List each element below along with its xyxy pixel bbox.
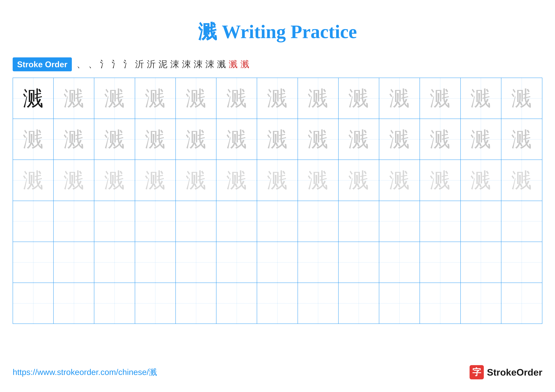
char-r3-c3: 溅 (104, 170, 125, 191)
grid-cell-r1-c3[interactable]: 溅 (94, 78, 135, 119)
grid-cell-r5-c2[interactable] (54, 242, 94, 283)
grid-cell-r5-c4[interactable] (135, 242, 176, 283)
grid-cell-r4-c7[interactable] (257, 201, 298, 242)
grid-cell-r1-c1[interactable]: 溅 (13, 78, 54, 119)
stroke-order-badge: Stroke Order (13, 57, 72, 71)
grid-cell-r6-c2[interactable] (54, 283, 94, 324)
grid-cell-r2-c6[interactable]: 溅 (216, 119, 257, 160)
stroke-step-12: 涑 (205, 58, 214, 70)
grid-cell-r3-c1[interactable]: 溅 (13, 160, 54, 200)
char-r2-c4: 溅 (145, 129, 166, 150)
char-r1-c13: 溅 (511, 88, 532, 109)
grid-cell-r1-c5[interactable]: 溅 (176, 78, 216, 119)
grid-cell-r5-c13[interactable] (501, 242, 542, 283)
grid-cell-r2-c4[interactable]: 溅 (135, 119, 176, 160)
grid-cell-r5-c9[interactable] (339, 242, 379, 283)
char-r1-c12: 溅 (470, 88, 491, 109)
grid-cell-r2-c3[interactable]: 溅 (94, 119, 135, 160)
grid-cell-r5-c11[interactable] (420, 242, 460, 283)
char-r3-c13: 溅 (511, 170, 532, 191)
grid-cell-r4-c6[interactable] (216, 201, 257, 242)
grid-cell-r3-c6[interactable]: 溅 (216, 160, 257, 200)
char-r1-c4: 溅 (145, 88, 166, 109)
grid-cell-r2-c8[interactable]: 溅 (298, 119, 339, 160)
grid-cell-r6-c4[interactable] (135, 283, 176, 324)
grid-cell-r4-c9[interactable] (339, 201, 379, 242)
grid-cell-r6-c13[interactable] (501, 283, 542, 324)
grid-cell-r2-c9[interactable]: 溅 (339, 119, 379, 160)
grid-cell-r6-c1[interactable] (13, 283, 54, 324)
grid-cell-r4-c3[interactable] (94, 201, 135, 242)
grid-cell-r4-c13[interactable] (501, 201, 542, 242)
grid-cell-r3-c10[interactable]: 溅 (379, 160, 420, 200)
grid-cell-r2-c7[interactable]: 溅 (257, 119, 298, 160)
grid-cell-r4-c12[interactable] (461, 201, 501, 242)
stroke-step-8: 泥 (159, 58, 167, 70)
grid-cell-r4-c2[interactable] (54, 201, 94, 242)
grid-cell-r6-c6[interactable] (216, 283, 257, 324)
footer-url[interactable]: https://www.strokeorder.com/chinese/溅 (13, 367, 157, 378)
grid-cell-r5-c10[interactable] (379, 242, 420, 283)
char-r3-c10: 溅 (389, 170, 410, 191)
grid-cell-r2-c12[interactable]: 溅 (461, 119, 501, 160)
char-r2-c3: 溅 (104, 129, 125, 150)
grid-cell-r1-c8[interactable]: 溅 (298, 78, 339, 119)
grid-cell-r6-c12[interactable] (461, 283, 501, 324)
char-r2-c10: 溅 (389, 129, 410, 150)
char-r1-c8: 溅 (308, 88, 328, 109)
grid-cell-r3-c3[interactable]: 溅 (94, 160, 135, 200)
grid-cell-r1-c2[interactable]: 溅 (54, 78, 94, 119)
grid-cell-r6-c5[interactable] (176, 283, 216, 324)
grid-cell-r6-c11[interactable] (420, 283, 460, 324)
grid-cell-r6-c8[interactable] (298, 283, 339, 324)
grid-cell-r2-c1[interactable]: 溅 (13, 119, 54, 160)
grid-cell-r4-c1[interactable] (13, 201, 54, 242)
grid-cell-r5-c1[interactable] (13, 242, 54, 283)
grid-cell-r1-c4[interactable]: 溅 (135, 78, 176, 119)
grid-cell-r3-c9[interactable]: 溅 (339, 160, 379, 200)
grid-cell-r4-c4[interactable] (135, 201, 176, 242)
grid-cell-r1-c12[interactable]: 溅 (461, 78, 501, 119)
grid-cell-r3-c11[interactable]: 溅 (420, 160, 460, 200)
grid-cell-r2-c5[interactable]: 溅 (176, 119, 216, 160)
grid-cell-r5-c12[interactable] (461, 242, 501, 283)
grid-cell-r5-c7[interactable] (257, 242, 298, 283)
grid-cell-r4-c8[interactable] (298, 201, 339, 242)
grid-cell-r1-c10[interactable]: 溅 (379, 78, 420, 119)
grid-cell-r5-c6[interactable] (216, 242, 257, 283)
grid-cell-r3-c8[interactable]: 溅 (298, 160, 339, 200)
grid-cell-r1-c11[interactable]: 溅 (420, 78, 460, 119)
grid-cell-r3-c13[interactable]: 溅 (501, 160, 542, 200)
grid-cell-r3-c2[interactable]: 溅 (54, 160, 94, 200)
stroke-step-13: 溅 (217, 58, 226, 70)
grid-cell-r4-c5[interactable] (176, 201, 216, 242)
grid-cell-r6-c9[interactable] (339, 283, 379, 324)
grid-cell-r1-c7[interactable]: 溅 (257, 78, 298, 119)
stroke-step-3: 氵 (100, 58, 109, 70)
grid-cell-r5-c8[interactable] (298, 242, 339, 283)
char-r1-c2: 溅 (64, 88, 84, 109)
grid-cell-r2-c10[interactable]: 溅 (379, 119, 420, 160)
grid-cell-r6-c10[interactable] (379, 283, 420, 324)
char-r3-c2: 溅 (64, 170, 84, 191)
grid-cell-r3-c12[interactable]: 溅 (461, 160, 501, 200)
grid-cell-r2-c2[interactable]: 溅 (54, 119, 94, 160)
grid-cell-r2-c11[interactable]: 溅 (420, 119, 460, 160)
grid-cell-r4-c10[interactable] (379, 201, 420, 242)
grid-cell-r1-c9[interactable]: 溅 (339, 78, 379, 119)
grid-cell-r4-c11[interactable] (420, 201, 460, 242)
grid-cell-r3-c4[interactable]: 溅 (135, 160, 176, 200)
grid-cell-r6-c3[interactable] (94, 283, 135, 324)
char-r3-c6: 溅 (226, 170, 247, 191)
grid-cell-r5-c5[interactable] (176, 242, 216, 283)
grid-cell-r5-c3[interactable] (94, 242, 135, 283)
grid-cell-r2-c13[interactable]: 溅 (501, 119, 542, 160)
char-r2-c6: 溅 (226, 129, 247, 150)
char-r1-c5: 溅 (186, 88, 206, 109)
char-r2-c12: 溅 (470, 129, 491, 150)
grid-cell-r1-c13[interactable]: 溅 (501, 78, 542, 119)
grid-cell-r6-c7[interactable] (257, 283, 298, 324)
grid-cell-r3-c7[interactable]: 溅 (257, 160, 298, 200)
grid-cell-r3-c5[interactable]: 溅 (176, 160, 216, 200)
grid-cell-r1-c6[interactable]: 溅 (216, 78, 257, 119)
